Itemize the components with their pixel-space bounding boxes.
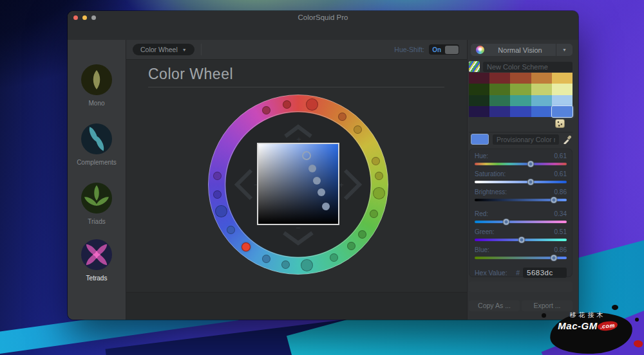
ring-hue-dot[interactable] (227, 226, 235, 234)
slider-value: 0.86 (554, 246, 567, 253)
swatch[interactable] (531, 95, 552, 106)
sliders-list: Hue:0.61Saturation:0.61Brightness:0.86Re… (475, 152, 567, 259)
ring-hue-dot[interactable] (358, 230, 366, 239)
square-color-dot-outline[interactable] (302, 151, 311, 160)
watermark-com-blob: .com (597, 320, 618, 331)
ring-hue-dot[interactable] (375, 172, 383, 180)
chevron-down-icon: ▼ (182, 48, 187, 52)
slider-track[interactable] (475, 199, 567, 201)
slider-green: Green:0.51 (475, 228, 567, 241)
ring-hue-dot[interactable] (215, 205, 227, 217)
ring-hue-dot[interactable] (347, 242, 355, 250)
watermark: 移花接木 Mac-GM.com (531, 302, 644, 355)
sidebar-item-mono[interactable]: Mono (68, 64, 126, 107)
hue-shift-toggle[interactable]: On (429, 44, 459, 55)
ring-hue-dot[interactable] (301, 259, 313, 271)
ring-hue-dot[interactable] (354, 125, 362, 134)
ring-hue-dot[interactable] (370, 210, 378, 218)
eyedropper-icon[interactable] (563, 134, 573, 144)
hue-shift-label: Hue-Shift: (394, 46, 424, 53)
ring-hue-dot[interactable] (213, 190, 222, 199)
color-name-input[interactable] (493, 134, 559, 145)
content-toolbar: Color Wheel ▼ Hue-Shift: On (126, 40, 467, 60)
swatch[interactable] (510, 73, 531, 84)
square-color-dot[interactable] (308, 165, 316, 172)
view-selector-label: Color Wheel (140, 46, 178, 53)
empty-field (469, 282, 573, 292)
swatch[interactable] (531, 106, 552, 117)
swatch[interactable] (489, 95, 510, 106)
ring-hue-dot[interactable] (372, 157, 380, 165)
swatch-selected[interactable] (552, 106, 573, 117)
slider-red: Red:0.34 (475, 210, 567, 223)
slider-track[interactable] (475, 257, 567, 259)
slider-value: 0.34 (554, 210, 567, 217)
swatch[interactable] (552, 73, 573, 84)
swatch[interactable] (469, 73, 489, 84)
slider-label: Saturation: (475, 170, 506, 178)
square-color-dot[interactable] (322, 203, 330, 210)
swatch[interactable] (489, 106, 510, 117)
slider-thumb[interactable] (527, 179, 535, 186)
ring-hue-dot[interactable] (373, 187, 385, 199)
copy-as-button[interactable]: Copy As ... (469, 300, 520, 311)
slider-track[interactable] (475, 239, 567, 241)
vision-selector-dropdown[interactable]: Normal Vision ▼ (471, 44, 573, 56)
ring-hue-dot[interactable] (262, 106, 270, 114)
content-bottom-strip (126, 292, 467, 320)
ring-hue-dot[interactable] (281, 260, 290, 269)
diagonal-stripes-icon (469, 61, 480, 72)
slider-thumb[interactable] (550, 255, 557, 262)
ring-hue-dot[interactable] (283, 100, 291, 109)
swatch[interactable] (469, 106, 489, 117)
swatch[interactable] (531, 84, 552, 95)
main-content: Color Wheel + − − + (126, 60, 467, 320)
ring-hue-dot[interactable] (213, 172, 222, 180)
view-selector-dropdown[interactable]: Color Wheel ▼ (133, 44, 194, 55)
swatch[interactable] (510, 106, 531, 117)
slider-label: Brightness: (475, 188, 507, 196)
slider-label: Blue: (475, 246, 489, 253)
current-color-well[interactable] (471, 134, 489, 145)
sidebar-item-label: Mono (68, 100, 126, 107)
slider-thumb[interactable] (502, 219, 509, 226)
sliders-panel: Hue:0.61Saturation:0.61Brightness:0.86Re… (469, 149, 573, 277)
ring-hue-dot[interactable] (330, 253, 338, 262)
swatch[interactable] (552, 84, 573, 95)
inspector-panel: Normal Vision ▼ Hue:0.61Saturation:0.61B… (467, 40, 578, 320)
swatch[interactable] (510, 95, 531, 106)
square-color-dot[interactable] (317, 188, 325, 196)
ink-dot (612, 305, 618, 310)
swatch[interactable] (489, 73, 510, 84)
slider-thumb[interactable] (527, 161, 535, 168)
scheme-name-row (469, 61, 573, 72)
color-wheel: + − − + (208, 95, 388, 275)
ring-hue-dot[interactable] (262, 255, 270, 263)
swatch[interactable] (469, 84, 489, 95)
slider-track[interactable] (475, 181, 567, 183)
swatch[interactable] (469, 95, 489, 106)
slider-track[interactable] (475, 163, 567, 165)
selected-hue-dot[interactable] (242, 242, 251, 251)
slider-track[interactable] (475, 221, 567, 223)
slider-value: 0.61 (554, 152, 567, 159)
sidebar: Mono Complements Triads (68, 40, 126, 320)
slider-thumb[interactable] (550, 197, 557, 204)
sidebar-item-complements[interactable]: Complements (68, 123, 126, 166)
hex-value-input[interactable] (523, 268, 567, 278)
sidebar-item-triads[interactable]: Triads (68, 183, 126, 225)
slider-label: Hue: (475, 152, 488, 159)
hex-prefix: # (516, 269, 520, 277)
vision-selector-label: Normal Vision (484, 46, 556, 54)
square-color-dot[interactable] (313, 177, 321, 185)
randomize-dice-button[interactable] (555, 119, 565, 128)
slider-thumb[interactable] (518, 237, 525, 244)
swatch[interactable] (531, 73, 552, 84)
ring-hue-dot[interactable] (338, 113, 346, 121)
swatch[interactable] (552, 95, 573, 106)
swatch[interactable] (489, 84, 510, 95)
ring-hue-dot[interactable] (306, 98, 318, 111)
swatch[interactable] (510, 84, 531, 95)
scheme-name-input[interactable] (483, 62, 573, 72)
sidebar-item-tetrads[interactable]: Tetrads (68, 239, 126, 282)
